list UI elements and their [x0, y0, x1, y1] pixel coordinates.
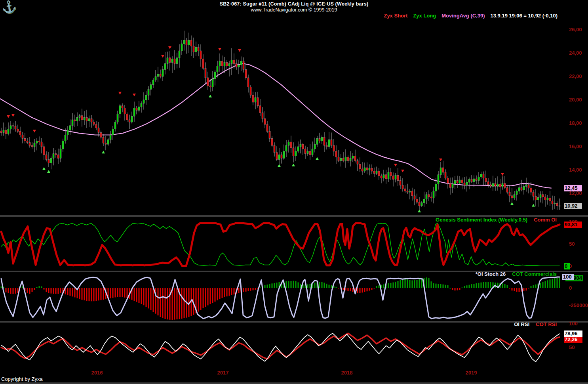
- panel-separator: [0, 321, 588, 323]
- candle-down: [400, 181, 401, 185]
- sentiment-panel-title: Genesis Sentiment Index (Weekly,0.5) Com…: [436, 217, 557, 223]
- oi-rsi-label[interactable]: OI RSI: [514, 321, 529, 327]
- cot-commercials-bar-positive: [462, 288, 463, 288]
- candle-up: [523, 186, 525, 190]
- cot-commercials-bar-positive: [293, 281, 294, 288]
- candle-up: [288, 142, 289, 145]
- candle-down: [549, 198, 551, 201]
- candle-up: [88, 118, 90, 121]
- cot-commercials-bar-negative: [93, 288, 95, 301]
- candle-down: [136, 108, 137, 111]
- candle-up: [492, 183, 494, 186]
- cot-commercials-bar-positive: [267, 285, 268, 288]
- candle-up: [231, 60, 232, 64]
- chart-canvas[interactable]: [0, 0, 588, 384]
- candle-up: [62, 141, 64, 149]
- cot-commercials-bar-positive: [550, 279, 551, 288]
- candle-down: [169, 58, 171, 63]
- cot-commercials-bar-negative: [98, 288, 99, 300]
- sentiment-index-label[interactable]: Genesis Sentiment Index (Weekly,0.5): [436, 217, 527, 223]
- cot-commercials-bar-positive: [272, 283, 273, 288]
- candle-down: [471, 180, 472, 182]
- cot-commercials-bar-negative: [27, 288, 28, 293]
- candle-down: [414, 196, 415, 199]
- zyx-short-signal-icon: [118, 92, 122, 95]
- cot-commercials-bar-positive: [421, 279, 422, 288]
- comm-oi-line: [1, 223, 559, 266]
- cot-commercials-label[interactable]: COT Commercials: [512, 271, 557, 277]
- candle-down: [57, 155, 59, 159]
- candle-down: [359, 164, 361, 169]
- cot-commercials-bar-negative: [364, 288, 365, 292]
- cot-commercials-bar-negative: [516, 288, 518, 292]
- cot-commercials-bar-negative: [200, 288, 202, 310]
- candle-up: [69, 126, 71, 130]
- cot-commercials-bar-negative: [350, 288, 351, 291]
- candle-down: [271, 138, 273, 145]
- candle-up: [238, 65, 240, 67]
- zyx-long-signal-icon: [42, 167, 46, 170]
- candle-up: [364, 168, 365, 171]
- candle-down: [81, 116, 83, 120]
- cot-commercials-bar-positive: [36, 287, 38, 288]
- zyx-long-signal-icon: [510, 202, 514, 205]
- cot-commercials-bar-negative: [455, 288, 456, 290]
- candle-up: [340, 159, 342, 161]
- candle-down: [93, 122, 95, 124]
- candle-up: [145, 95, 147, 100]
- zyx-long-signal-icon: [47, 170, 50, 173]
- cot-commercials-bar-negative: [165, 288, 166, 319]
- cot-commercials-bar-positive: [552, 279, 553, 288]
- candle-down: [385, 175, 387, 179]
- cot-commercials-bar-positive: [533, 285, 534, 288]
- cot-commercials-bar-positive: [440, 284, 441, 288]
- candle-down: [193, 46, 194, 52]
- candle-down: [495, 183, 496, 186]
- candle-up: [228, 64, 230, 66]
- candle-up: [285, 145, 287, 151]
- comm-oi-label[interactable]: Comm OI: [534, 217, 557, 223]
- candle-up: [459, 180, 461, 183]
- candle-up: [60, 149, 61, 159]
- cot-commercials-bar-negative: [222, 288, 223, 298]
- cot-commercials-bar-negative: [70, 288, 71, 296]
- candle-down: [371, 168, 373, 171]
- oi-stoch-label[interactable]: *OI Stoch 26: [476, 271, 506, 277]
- cot-commercials-bar-positive: [466, 285, 468, 288]
- candle-up: [181, 44, 183, 51]
- candle-down: [257, 97, 259, 106]
- candle-down: [485, 178, 487, 182]
- cot-commercials-bar-negative: [514, 288, 515, 291]
- cot-rsi-label[interactable]: COT RSI: [536, 321, 557, 327]
- cot-commercials-bar-negative: [60, 288, 61, 293]
- cot-commercials-bar-negative: [523, 288, 525, 291]
- candle-up: [312, 149, 313, 155]
- candle-up: [188, 40, 190, 45]
- candle-down: [200, 51, 202, 59]
- cot-commercials-bar-negative: [367, 288, 368, 291]
- candle-up: [376, 171, 377, 174]
- cot-commercials-bar-negative: [117, 288, 118, 297]
- cot-commercials-bar-positive: [319, 282, 320, 288]
- cot-commercials-bar-positive: [554, 278, 556, 288]
- cot-commercials-bar-negative: [238, 288, 240, 293]
- cot-commercials-bar-negative: [374, 288, 375, 288]
- candle-down: [269, 132, 270, 139]
- candle-down: [95, 124, 97, 128]
- candle-up: [316, 138, 318, 144]
- candle-up: [255, 97, 256, 102]
- candle-up: [131, 116, 133, 122]
- cot-commercials-bar-negative: [207, 288, 209, 306]
- candle-up: [440, 168, 441, 175]
- cot-commercials-bar-negative: [210, 288, 211, 304]
- candle-down: [323, 137, 325, 145]
- zyx-short-signal-icon: [238, 49, 241, 52]
- candle-up: [224, 63, 225, 66]
- candle-up: [150, 85, 152, 90]
- cot-commercials-bar-negative: [44, 288, 45, 290]
- candle-up: [195, 47, 197, 52]
- cot-commercials-bar-negative: [229, 288, 230, 296]
- cot-commercials-bar-negative: [250, 288, 251, 291]
- cot-commercials-bar-negative: [519, 288, 520, 292]
- candle-up: [143, 100, 145, 103]
